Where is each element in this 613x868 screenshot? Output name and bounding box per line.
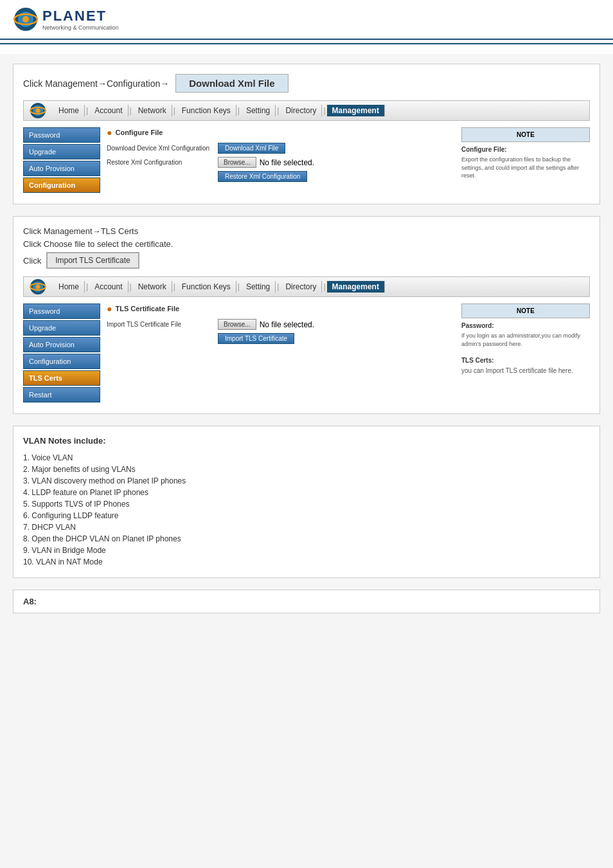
nav-account-2[interactable]: Account — [89, 281, 128, 293]
click-row: Click Import TLS Certificate — [23, 252, 590, 269]
logo-text-main: PLANET — [42, 8, 119, 24]
note-box-2: NOTE — [461, 303, 590, 318]
section1-instruction: Click Management→Configuration→ — [23, 78, 169, 89]
note-password-detail: If you login as an administrator,you can… — [461, 332, 590, 348]
header-divider — [0, 43, 613, 44]
list-item: 10. VLAN in NAT Mode — [23, 556, 590, 568]
restore-btn-row: Restore Xml Configuration — [107, 171, 452, 182]
nav-management-2[interactable]: Management — [327, 281, 385, 293]
note-detail-1: Export the configuration files to backup… — [461, 156, 590, 180]
browse-btn-1[interactable]: Browse... — [218, 157, 256, 168]
file-hint-1: No file selected. — [260, 158, 314, 167]
tls-config-left: ● TLS Certificate File Import TLS Certif… — [107, 303, 452, 375]
download-xml-btn[interactable]: Download Xml File — [218, 143, 285, 154]
bullet-icon-2: ● — [107, 303, 112, 314]
nav-logo-1 — [29, 102, 47, 120]
nav-logo-2 — [29, 278, 47, 296]
import-cert-row: Import TLS Certificate File Browse... No… — [107, 319, 452, 330]
nav-items-2: Home | Account | Network | Function Keys… — [53, 281, 385, 293]
nav-items-1: Home | Account | Network | Function Keys… — [53, 105, 385, 116]
nav-planet-icon-1 — [29, 102, 47, 120]
config-left-1: ● Configure File Download Device Xml Con… — [107, 127, 452, 185]
note-tls-detail: you can Import TLS certificate file here… — [461, 366, 590, 375]
restore-xml-row: Restore Xml Configuration Browse... No f… — [107, 157, 452, 168]
nav-directory-2[interactable]: Directory — [280, 281, 322, 293]
nav-setting-2[interactable]: Setting — [241, 281, 276, 293]
sidebar-password-1[interactable]: Password — [23, 127, 100, 143]
click-label: Click — [23, 256, 41, 266]
note-tls-heading: TLS Certs: — [461, 357, 590, 364]
section2-panel: Click Management→TLS Certs Click Choose … — [13, 216, 600, 414]
nav-network-2[interactable]: Network — [133, 281, 172, 293]
sidebar-upgrade-2[interactable]: Upgrade — [23, 320, 100, 336]
sidebar-configuration-2[interactable]: Configuration — [23, 354, 100, 369]
vlan-panel: VLAN Notes include: 1. Voice VLAN 2. Maj… — [13, 426, 600, 578]
tls-config-right: NOTE Password: If you login as an admini… — [461, 303, 590, 375]
configure-file-text: Configure File — [115, 129, 163, 136]
sidebar-2: Password Upgrade Auto Provision Configur… — [23, 303, 100, 404]
content-layout-1: Password Upgrade Auto Provision Configur… — [23, 127, 590, 194]
restore-file-input: Browse... No file selected. — [218, 157, 314, 168]
section1-title: Download Xml File — [175, 74, 288, 93]
tls-file-hint: No file selected. — [260, 320, 314, 329]
logo-container: PLANET Networking & Communication — [13, 6, 600, 32]
sidebar-upgrade-1[interactable]: Upgrade — [23, 144, 100, 159]
sidebar-tlscerts-2[interactable]: TLS Certs — [23, 370, 100, 386]
nav-management-1[interactable]: Management — [327, 105, 385, 116]
nav-home-2[interactable]: Home — [53, 281, 85, 293]
import-cert-btn[interactable]: Import TLS Certificate — [218, 333, 294, 344]
list-item: 3. VLAN discovery method on Planet IP ph… — [23, 475, 590, 487]
section1-header-row: Click Management→Configuration→ Download… — [23, 74, 590, 93]
nav-planet-icon-2 — [29, 278, 47, 296]
sidebar-autoprovision-1[interactable]: Auto Provision — [23, 161, 100, 176]
logo-header: PLANET Networking & Communication — [0, 0, 613, 40]
nav-bar-2: Home | Account | Network | Function Keys… — [23, 276, 590, 297]
tls-browse-btn[interactable]: Browse... — [218, 319, 256, 330]
list-item: 7. DHCP VLAN — [23, 521, 590, 533]
tls-instruction1: Click Management→TLS Certs — [23, 226, 590, 236]
tls-file-input: Browse... No file selected. — [218, 319, 314, 330]
download-xml-row: Download Device Xml Configuration Downlo… — [107, 143, 452, 154]
nav-setting-1[interactable]: Setting — [241, 105, 276, 116]
list-item: 8. Open the DHCP VLAN on Planet IP phone… — [23, 533, 590, 545]
nav-functionkeys-2[interactable]: Function Keys — [177, 281, 236, 293]
a8-label: A8: — [23, 597, 37, 606]
note-heading-1: Configure File: — [461, 146, 590, 153]
vlan-list: 1. Voice VLAN 2. Major benefits of using… — [23, 452, 590, 568]
import-tls-cert-btn-top[interactable]: Import TLS Certificate — [46, 252, 139, 269]
note-box-1: NOTE — [461, 127, 590, 142]
import-cert-label: Import TLS Certificate File — [107, 321, 213, 328]
nav-network-1[interactable]: Network — [133, 105, 172, 116]
logo-text-sub: Networking & Communication — [42, 24, 119, 31]
note-password-heading: Password: — [461, 322, 590, 329]
svg-point-11 — [36, 285, 40, 289]
a8-panel: A8: — [13, 590, 600, 613]
list-item: 5. Supports TLVS of IP Phones — [23, 498, 590, 510]
sidebar-configuration-1[interactable]: Configuration — [23, 177, 100, 193]
tls-cert-text: TLS Certificate File — [115, 305, 179, 312]
nav-account-1[interactable]: Account — [89, 105, 128, 116]
svg-point-7 — [36, 109, 40, 113]
list-item: 9. VLAN in Bridge Mode — [23, 545, 590, 556]
import-cert-btn-row: Import TLS Certificate — [107, 333, 452, 344]
tls-cert-label: ● TLS Certificate File — [107, 303, 452, 314]
tls-config-section: ● TLS Certificate File Import TLS Certif… — [107, 303, 590, 375]
sidebar-password-2[interactable]: Password — [23, 303, 100, 319]
main-area-1: ● Configure File Download Device Xml Con… — [107, 127, 590, 194]
list-item: 2. Major benefits of using VLANs — [23, 464, 590, 475]
restore-xml-btn[interactable]: Restore Xml Configuration — [218, 171, 307, 182]
nav-directory-1[interactable]: Directory — [280, 105, 322, 116]
main-area-2: ● TLS Certificate File Import TLS Certif… — [107, 303, 590, 404]
sidebar-restart-2[interactable]: Restart — [23, 387, 100, 402]
list-item: 1. Voice VLAN — [23, 452, 590, 464]
section1-panel: Click Management→Configuration→ Download… — [13, 64, 600, 204]
content-layout-2: Password Upgrade Auto Provision Configur… — [23, 303, 590, 404]
nav-home-1[interactable]: Home — [53, 105, 85, 116]
config-right-1: NOTE Configure File: Export the configur… — [461, 127, 590, 185]
nav-bar-1: Home | Account | Network | Function Keys… — [23, 100, 590, 121]
nav-functionkeys-1[interactable]: Function Keys — [177, 105, 236, 116]
main-content: Click Management→Configuration→ Download… — [0, 54, 613, 868]
sidebar-autoprovision-2[interactable]: Auto Provision — [23, 337, 100, 352]
planet-logo-icon — [13, 6, 39, 32]
list-item: 6. Configuring LLDP feature — [23, 510, 590, 521]
